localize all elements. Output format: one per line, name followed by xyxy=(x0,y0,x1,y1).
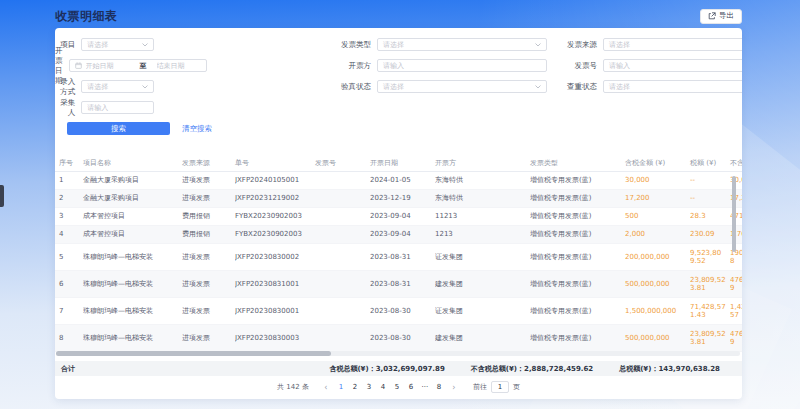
start-date-input[interactable] xyxy=(86,62,130,70)
col-header-type: 发票类型 xyxy=(530,158,625,168)
invoice-type-label: 发票类型 xyxy=(325,40,377,50)
invoice-no-field xyxy=(603,59,742,72)
pager-page-8[interactable]: 8 xyxy=(433,381,445,393)
project-placeholder: 请选择 xyxy=(87,40,108,50)
export-button[interactable]: 导出 xyxy=(700,9,742,24)
goto-page: 前往 页 xyxy=(473,381,520,393)
horizontal-scrollbar-thumb[interactable] xyxy=(56,351,331,356)
goto-unit: 页 xyxy=(513,382,520,392)
filter-dup-status: 查重状态 请选择 xyxy=(547,80,742,93)
pager-pages: 123456···8 xyxy=(335,381,445,393)
invoice-source-select[interactable]: 请选择 xyxy=(603,38,742,51)
entry-method-label: 录入方式 xyxy=(55,77,81,97)
calendar-icon xyxy=(75,62,82,69)
table-row[interactable]: 7 珠穆朗玛峰—电梯安装 进项发票 JXFP20230830001 2023-0… xyxy=(55,298,742,325)
filter-invoice-date: 开票日期 至 xyxy=(55,59,154,72)
summary-groups: 含税总额(¥)：3,032,699,097.89 不含税总额(¥)：2,888,… xyxy=(329,364,742,374)
invoice-no-input[interactable] xyxy=(609,62,742,70)
col-header-tax: 税额 (¥) xyxy=(690,158,730,168)
table-row[interactable]: 6 珠穆朗玛峰—电梯安装 进项发票 JXFP20230831001 2023-0… xyxy=(55,271,742,298)
collector-label: 采集人 xyxy=(55,98,81,118)
pager-ellipsis[interactable]: ··· xyxy=(419,381,431,393)
prev-page-button[interactable]: ‹ xyxy=(321,383,331,392)
issuer-label: 开票方 xyxy=(325,61,377,71)
pager-page-6[interactable]: 6 xyxy=(405,381,417,393)
col-header-invoice-no: 发票号 xyxy=(315,158,370,168)
filter-issuer: 开票方 xyxy=(154,59,547,72)
table-row[interactable]: 5 珠穆朗玛峰—电梯安装 进项发票 JXFP20230830002 2023-0… xyxy=(55,244,742,271)
col-header-issuer: 开票方 xyxy=(435,158,530,168)
pager-page-1[interactable]: 1 xyxy=(335,381,347,393)
dup-status-select[interactable]: 请选择 xyxy=(603,80,742,93)
filter-project: 项目 请选择 xyxy=(55,38,154,51)
pager-page-5[interactable]: 5 xyxy=(391,381,403,393)
issuer-field xyxy=(377,59,547,72)
summary-without-tax: 不含税总额(¥)：2,888,728,459.62 xyxy=(471,364,593,374)
main-card: 项目 请选择 发票类型 请选择 发票来源 请选择 xyxy=(55,28,742,399)
col-header-date: 开票日期 xyxy=(370,158,435,168)
chevron-down-icon xyxy=(535,43,541,47)
filter-entry-method: 录入方式 请选择 xyxy=(55,80,154,93)
filter-invoice-no: 发票号 xyxy=(547,59,742,72)
verify-status-placeholder: 请选择 xyxy=(383,82,404,92)
collector-input[interactable] xyxy=(87,104,148,112)
verify-status-select[interactable]: 请选择 xyxy=(377,80,547,93)
goto-page-input[interactable] xyxy=(491,381,509,393)
search-button[interactable]: 搜索 xyxy=(67,122,170,135)
goto-label: 前往 xyxy=(473,382,487,392)
entry-method-select[interactable]: 请选择 xyxy=(81,80,154,93)
next-page-button[interactable]: › xyxy=(449,383,459,392)
table-body: 1 金融大厦采购项目 进项发票 JXFP20240105001 2024-01-… xyxy=(55,172,742,352)
collector-field xyxy=(81,101,154,114)
col-header-project: 项目名称 xyxy=(83,158,182,168)
table-row[interactable]: 2 金融大厦采购项目 进项发票 JXFP20231219002 2023-12-… xyxy=(55,190,742,208)
topbar: 收票明细表 导出 xyxy=(55,6,742,26)
filter-actions: 搜索 清空搜索 xyxy=(55,122,742,135)
chevron-down-icon xyxy=(535,85,541,89)
col-header-net: 不含税金额 (¥) xyxy=(730,158,742,168)
chevron-down-icon xyxy=(142,85,148,89)
invoice-type-placeholder: 请选择 xyxy=(383,40,404,50)
clear-search-button[interactable]: 清空搜索 xyxy=(182,124,212,134)
docked-side-handle[interactable] xyxy=(0,185,4,207)
table-row[interactable]: 3 成本管控项目 费用报销 FYBX20230902003 2023-09-04… xyxy=(55,208,742,226)
invoice-table: 序号 项目名称 发票来源 单号 发票号 开票日期 开票方 发票类型 含税金额 (… xyxy=(55,154,742,352)
summary-tax: 总税额(¥)：143,970,638.28 xyxy=(619,364,720,374)
date-separator: 至 xyxy=(140,61,147,71)
chevron-down-icon xyxy=(142,43,148,47)
verify-status-label: 验真状态 xyxy=(325,82,377,92)
project-select[interactable]: 请选择 xyxy=(81,38,154,51)
vertical-scrollbar-thumb[interactable] xyxy=(732,176,736,252)
col-header-source: 发票来源 xyxy=(182,158,235,168)
summary-total-label: 合计 xyxy=(61,364,75,374)
horizontal-scrollbar-track[interactable] xyxy=(56,351,740,356)
end-date-input[interactable] xyxy=(157,62,201,70)
dup-status-placeholder: 请选择 xyxy=(609,82,630,92)
col-header-order: 单号 xyxy=(235,158,315,168)
col-header-no: 序号 xyxy=(55,158,83,168)
pager-page-2[interactable]: 2 xyxy=(349,381,361,393)
summary-with-tax: 含税总额(¥)：3,032,699,097.89 xyxy=(329,364,444,374)
filter-panel: 项目 请选择 发票类型 请选择 发票来源 请选择 xyxy=(55,28,742,135)
invoice-type-select[interactable]: 请选择 xyxy=(377,38,547,51)
issuer-input[interactable] xyxy=(383,62,541,70)
summary-bar: 合计 含税总额(¥)：3,032,699,097.89 不含税总额(¥)：2,8… xyxy=(55,361,742,376)
invoice-source-label: 发票来源 xyxy=(551,40,603,50)
invoice-no-label: 发票号 xyxy=(551,61,603,71)
table-row[interactable]: 4 成本管控项目 费用报销 FYBX20230902003 2023-09-04… xyxy=(55,226,742,244)
filter-collector: 采集人 xyxy=(55,101,154,114)
pagination-bar: 共 142 条 ‹ 123456···8 › 前往 页 xyxy=(55,376,742,398)
invoice-date-range[interactable]: 至 xyxy=(69,59,207,72)
pager-page-3[interactable]: 3 xyxy=(363,381,375,393)
table-row[interactable]: 8 珠穆朗玛峰—电梯安装 进项发票 JXFP20230830003 2023-0… xyxy=(55,325,742,352)
table-row[interactable]: 1 金融大厦采购项目 进项发票 JXFP20240105001 2024-01-… xyxy=(55,172,742,190)
export-label: 导出 xyxy=(719,11,734,21)
filter-invoice-type: 发票类型 请选择 xyxy=(154,38,547,51)
dup-status-label: 查重状态 xyxy=(551,82,603,92)
page-title: 收票明细表 xyxy=(55,8,118,25)
pager-page-4[interactable]: 4 xyxy=(377,381,389,393)
entry-method-placeholder: 请选择 xyxy=(87,82,108,92)
pagination-total: 共 142 条 xyxy=(277,382,309,392)
table-header: 序号 项目名称 发票来源 单号 发票号 开票日期 开票方 发票类型 含税金额 (… xyxy=(55,154,742,172)
col-header-amount: 含税金额 (¥) xyxy=(625,158,690,168)
